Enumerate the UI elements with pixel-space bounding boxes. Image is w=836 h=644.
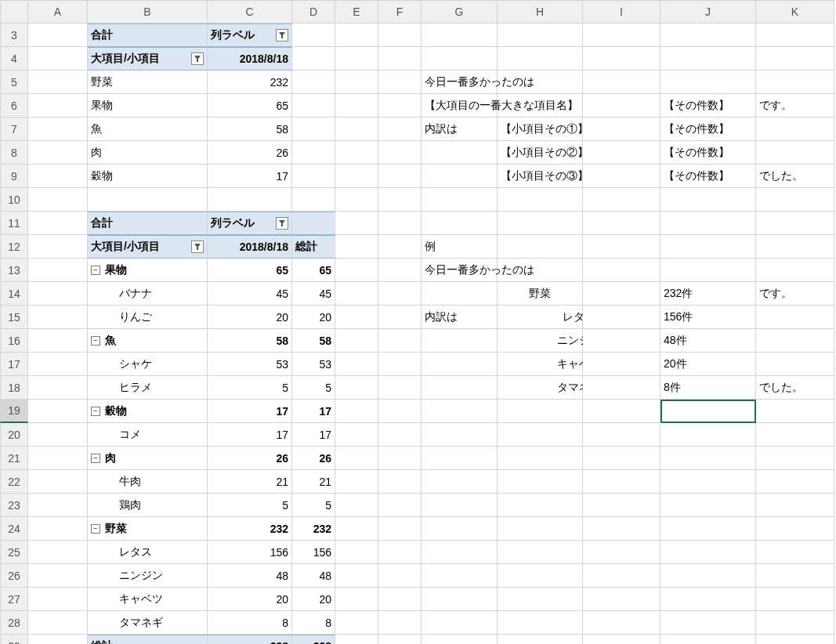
cell-A26[interactable] bbox=[28, 564, 88, 588]
cell-J28[interactable] bbox=[660, 611, 756, 635]
cell-B18[interactable]: ヒラメ bbox=[88, 376, 208, 400]
cell-I18[interactable] bbox=[583, 376, 660, 400]
cell-I5[interactable] bbox=[583, 71, 660, 94]
cell-K19[interactable] bbox=[756, 400, 834, 423]
cell-E29[interactable] bbox=[335, 635, 378, 644]
cell-D10[interactable] bbox=[292, 188, 335, 212]
cell-C20[interactable]: 17 bbox=[208, 423, 292, 447]
cell-F13[interactable] bbox=[378, 259, 422, 282]
cell-J20[interactable] bbox=[660, 423, 756, 447]
filter-icon-pivot1-row[interactable] bbox=[191, 52, 204, 65]
cell-A29[interactable] bbox=[28, 635, 88, 644]
row-header-28[interactable]: 28 bbox=[0, 611, 28, 635]
cell-F17[interactable] bbox=[378, 353, 422, 376]
cell-E25[interactable] bbox=[335, 541, 378, 564]
cell-D18[interactable]: 5 bbox=[292, 376, 335, 400]
cell-D13[interactable]: 65 bbox=[292, 259, 335, 282]
row-header-23[interactable]: 23 bbox=[0, 494, 28, 517]
row-header-10[interactable]: 10 bbox=[0, 188, 28, 212]
cell-G24[interactable] bbox=[422, 517, 498, 541]
cell-H28[interactable] bbox=[498, 611, 583, 635]
cell-K22[interactable] bbox=[756, 470, 834, 494]
cell-B19[interactable]: −穀物 bbox=[88, 400, 208, 423]
cell-J27[interactable] bbox=[660, 588, 756, 611]
cell-E5[interactable] bbox=[335, 71, 378, 94]
cell-H22[interactable] bbox=[498, 470, 583, 494]
cell-A7[interactable] bbox=[28, 118, 88, 141]
cell-E26[interactable] bbox=[335, 564, 378, 588]
cell-D25[interactable]: 156 bbox=[292, 541, 335, 564]
cell-J29[interactable] bbox=[660, 635, 756, 644]
row-header-4[interactable]: 4 bbox=[0, 47, 28, 71]
cell-I16[interactable] bbox=[583, 329, 660, 353]
cell-C11[interactable]: 列ラベル bbox=[208, 212, 292, 235]
cell-C21[interactable]: 26 bbox=[208, 447, 292, 470]
cell-J11[interactable] bbox=[660, 212, 756, 235]
cell-J15[interactable]: 156件 bbox=[660, 306, 756, 329]
cell-G28[interactable] bbox=[422, 611, 498, 635]
cell-F7[interactable] bbox=[378, 118, 422, 141]
cell-I6[interactable] bbox=[583, 94, 660, 118]
cell-B26[interactable]: ニンジン bbox=[88, 564, 208, 588]
cell-I3[interactable] bbox=[583, 24, 660, 47]
cell-E21[interactable] bbox=[335, 447, 378, 470]
cell-K27[interactable] bbox=[756, 588, 834, 611]
cell-F22[interactable] bbox=[378, 470, 422, 494]
cell-I14[interactable] bbox=[583, 282, 660, 306]
cell-A12[interactable] bbox=[28, 235, 88, 259]
cell-K24[interactable] bbox=[756, 517, 834, 541]
row-header-6[interactable]: 6 bbox=[0, 94, 28, 118]
cell-D11[interactable] bbox=[292, 212, 335, 235]
cell-D15[interactable]: 20 bbox=[292, 306, 335, 329]
column-header-H[interactable]: H bbox=[498, 0, 583, 24]
cell-A18[interactable] bbox=[28, 376, 88, 400]
cell-J6[interactable]: 【その件数】 bbox=[660, 94, 756, 118]
cell-A5[interactable] bbox=[28, 71, 88, 94]
cell-E15[interactable] bbox=[335, 306, 378, 329]
cell-I27[interactable] bbox=[583, 588, 660, 611]
cell-A20[interactable] bbox=[28, 423, 88, 447]
cell-H16[interactable]: ニンジン bbox=[498, 329, 583, 353]
cell-H9[interactable]: 【小項目その③】 bbox=[498, 165, 583, 188]
cell-E6[interactable] bbox=[335, 94, 378, 118]
cell-A28[interactable] bbox=[28, 611, 88, 635]
row-header-26[interactable]: 26 bbox=[0, 564, 28, 588]
row-header-15[interactable]: 15 bbox=[0, 306, 28, 329]
cell-H12[interactable] bbox=[498, 235, 583, 259]
cell-C9[interactable]: 17 bbox=[208, 165, 292, 188]
cell-A9[interactable] bbox=[28, 165, 88, 188]
cell-B3[interactable]: 合計 bbox=[88, 24, 208, 47]
cell-E9[interactable] bbox=[335, 165, 378, 188]
cell-H11[interactable] bbox=[498, 212, 583, 235]
cell-F4[interactable] bbox=[378, 47, 422, 71]
cell-H21[interactable] bbox=[498, 447, 583, 470]
cell-C24[interactable]: 232 bbox=[208, 517, 292, 541]
cell-D20[interactable]: 17 bbox=[292, 423, 335, 447]
cell-H23[interactable] bbox=[498, 494, 583, 517]
cell-F3[interactable] bbox=[378, 24, 422, 47]
cell-E8[interactable] bbox=[335, 141, 378, 165]
cell-G27[interactable] bbox=[422, 588, 498, 611]
cell-A3[interactable] bbox=[28, 24, 88, 47]
cell-F5[interactable] bbox=[378, 71, 422, 94]
cell-I4[interactable] bbox=[583, 47, 660, 71]
cell-B25[interactable]: レタス bbox=[88, 541, 208, 564]
cell-J18[interactable]: 8件 bbox=[660, 376, 756, 400]
cell-D16[interactable]: 58 bbox=[292, 329, 335, 353]
cell-G21[interactable] bbox=[422, 447, 498, 470]
cell-C17[interactable]: 53 bbox=[208, 353, 292, 376]
cell-E18[interactable] bbox=[335, 376, 378, 400]
cell-B22[interactable]: 牛肉 bbox=[88, 470, 208, 494]
cell-F25[interactable] bbox=[378, 541, 422, 564]
cell-F29[interactable] bbox=[378, 635, 422, 644]
cell-B9[interactable]: 穀物 bbox=[88, 165, 208, 188]
cell-B6[interactable]: 果物 bbox=[88, 94, 208, 118]
cell-G26[interactable] bbox=[422, 564, 498, 588]
column-header-K[interactable]: K bbox=[756, 0, 834, 24]
cell-D17[interactable]: 53 bbox=[292, 353, 335, 376]
cell-G18[interactable] bbox=[422, 376, 498, 400]
cell-B13[interactable]: −果物 bbox=[88, 259, 208, 282]
cell-I15[interactable] bbox=[583, 306, 660, 329]
cell-G11[interactable] bbox=[422, 212, 498, 235]
cell-E19[interactable] bbox=[335, 400, 378, 423]
